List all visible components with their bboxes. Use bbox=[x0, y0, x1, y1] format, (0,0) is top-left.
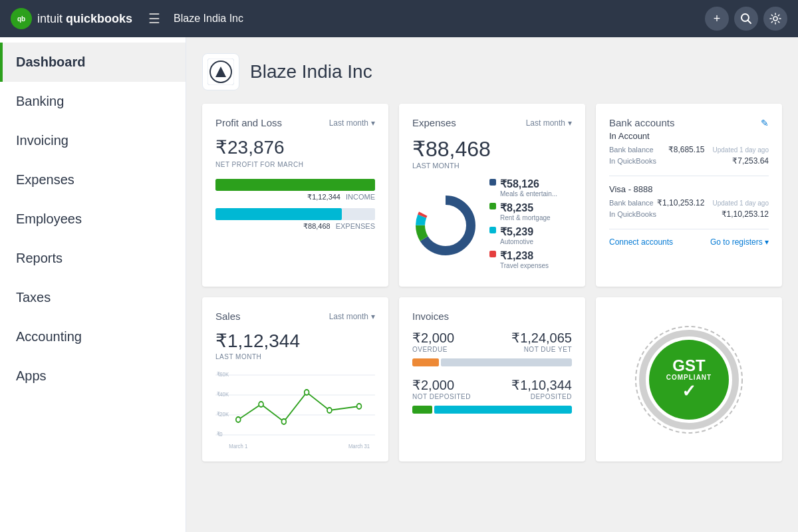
bank-accounts-card: Bank accounts ✎ In Account Bank balance … bbox=[596, 104, 782, 287]
inv-not-due: ₹1,24,065 NOT DUE YET bbox=[511, 330, 572, 353]
legend-text-travel: ₹1,238 Travel expenses bbox=[500, 249, 549, 269]
main-layout: Dashboard Banking Invoicing Expenses Emp… bbox=[0, 37, 798, 532]
inv-not-due-label: NOT DUE YET bbox=[511, 346, 572, 353]
svg-text:₹40K: ₹40K bbox=[217, 390, 229, 398]
svg-point-26 bbox=[357, 404, 362, 409]
bank-balance-row-2: Bank balance ₹1,10,253.12 Updated 1 day … bbox=[609, 198, 769, 207]
pnl-period-chevron: ▾ bbox=[371, 118, 375, 128]
exp-period-chevron: ▾ bbox=[568, 118, 572, 128]
legend-value-travel: ₹1,238 bbox=[500, 249, 549, 262]
company-title: Blaze India Inc bbox=[250, 61, 372, 82]
pnl-amount: ₹23,876 bbox=[215, 136, 375, 158]
bank-card-header: Bank accounts ✎ bbox=[609, 117, 769, 128]
inv-card-header: Invoices bbox=[412, 311, 572, 322]
legend-value-meals: ₹58,126 bbox=[500, 178, 557, 190]
svg-text:qb: qb bbox=[17, 15, 25, 23]
exp-sublabel: LAST MONTH bbox=[412, 162, 572, 170]
company-name-nav: Blaze India Inc bbox=[174, 13, 243, 25]
pnl-period[interactable]: Last month ▾ bbox=[329, 118, 375, 128]
bank-account-visa: Visa - 8888 Bank balance ₹1,10,253.12 Up… bbox=[609, 184, 769, 229]
sidebar-item-apps[interactable]: Apps bbox=[0, 356, 186, 396]
inv-overdue: ₹2,000 OVERDUE bbox=[412, 330, 454, 353]
bank-balance-label-1: Bank balance bbox=[609, 146, 654, 154]
sidebar-item-taxes[interactable]: Taxes bbox=[0, 278, 186, 317]
bank-qb-label-1: In QuickBooks bbox=[609, 157, 656, 165]
sidebar-item-employees[interactable]: Employees bbox=[0, 200, 186, 239]
sales-card-header: Sales Last month ▾ bbox=[215, 311, 375, 322]
legend-dot-travel bbox=[489, 251, 496, 257]
inv-overdue-label: OVERDUE bbox=[412, 346, 454, 353]
bank-actions: Connect accounts Go to registers ▾ bbox=[609, 237, 769, 247]
inv-bar-deposited bbox=[434, 406, 572, 414]
go-to-registers-link[interactable]: Go to registers ▾ bbox=[710, 237, 769, 247]
main-content: Blaze India Inc Profit and Loss Last mon… bbox=[186, 37, 798, 532]
expenses-bar-fill bbox=[215, 208, 342, 220]
top-navigation: qb intuit quickbooks ☰ Blaze India Inc + bbox=[0, 0, 798, 37]
legend-item-travel: ₹1,238 Travel expenses bbox=[489, 249, 572, 269]
inv-bottom-row: ₹2,000 NOT DEPOSITED ₹1,10,344 DEPOSITED bbox=[412, 377, 572, 400]
inv-dep-label: DEPOSITED bbox=[511, 393, 572, 400]
sidebar-item-accounting[interactable]: Accounting bbox=[0, 317, 186, 356]
inv-top-row: ₹2,000 OVERDUE ₹1,24,065 NOT DUE YET bbox=[412, 330, 572, 353]
exp-period[interactable]: Last month ▾ bbox=[526, 118, 572, 128]
sales-sublabel: LAST MONTH bbox=[215, 353, 375, 360]
svg-point-21 bbox=[236, 417, 241, 422]
settings-button[interactable] bbox=[763, 7, 787, 31]
bank-balance-value-1: ₹8,685.15 bbox=[668, 145, 705, 154]
menu-icon[interactable]: ☰ bbox=[148, 11, 160, 27]
svg-point-7 bbox=[218, 70, 223, 76]
bank-balance-row-1: Bank balance ₹8,685.15 Updated 1 day ago bbox=[609, 145, 769, 154]
profit-loss-card: Profit and Loss Last month ▾ ₹23,876 NET… bbox=[202, 104, 388, 287]
gst-text: GST bbox=[672, 358, 705, 374]
bank-edit-icon[interactable]: ✎ bbox=[761, 118, 769, 128]
sales-title: Sales bbox=[215, 311, 241, 322]
topnav-icons: + bbox=[705, 7, 787, 31]
sidebar-item-dashboard[interactable]: Dashboard bbox=[0, 43, 186, 82]
inv-title: Invoices bbox=[412, 311, 449, 322]
expenses-card: Expenses Last month ▾ ₹88,468 LAST MONTH bbox=[399, 104, 585, 287]
exp-amount: ₹88,468 bbox=[412, 136, 572, 162]
bank-qb-value-1: ₹7,253.64 bbox=[732, 156, 769, 166]
bank-qb-row-2: In QuickBooks ₹1,10,253.12 bbox=[609, 209, 769, 219]
exp-content: ₹58,126 Meals & entertain... ₹8,235 Rent… bbox=[412, 178, 572, 273]
legend-name-meals: Meals & entertain... bbox=[500, 190, 557, 198]
company-logo bbox=[202, 53, 239, 90]
gst-subtext: COMPLIANT bbox=[666, 374, 712, 381]
legend-text-meals: ₹58,126 Meals & entertain... bbox=[500, 178, 557, 198]
expenses-bar-info: ₹88,468 EXPENSES bbox=[215, 222, 375, 231]
svg-point-24 bbox=[305, 390, 309, 395]
bank-qb-value-2: ₹1,10,253.12 bbox=[722, 209, 769, 219]
legend-item-meals: ₹58,126 Meals & entertain... bbox=[489, 178, 572, 198]
legend-name-auto: Automotive bbox=[500, 238, 533, 245]
legend-text-auto: ₹5,239 Automotive bbox=[500, 225, 533, 245]
sidebar-item-banking[interactable]: Banking bbox=[0, 82, 186, 121]
sidebar-item-reports[interactable]: Reports bbox=[0, 239, 186, 278]
bank-balance-value-2: ₹1,10,253.12 bbox=[657, 198, 704, 207]
bank-balance-right-1: ₹8,685.15 Updated 1 day ago bbox=[668, 145, 769, 154]
bank-qb-label-2: In QuickBooks bbox=[609, 210, 656, 218]
sales-period[interactable]: Last month ▾ bbox=[329, 312, 375, 321]
bank-account-name-2: Visa - 8888 bbox=[609, 184, 769, 194]
svg-line-3 bbox=[748, 21, 751, 24]
income-bar-info: ₹1,12,344 INCOME bbox=[215, 193, 375, 201]
gst-badge-container: GST COMPLIANT ✓ bbox=[632, 323, 745, 436]
gst-inner-circle: GST COMPLIANT ✓ bbox=[649, 340, 729, 420]
legend-name-travel: Travel expenses bbox=[500, 262, 549, 269]
svg-text:₹0: ₹0 bbox=[217, 430, 223, 438]
connect-accounts-link[interactable]: Connect accounts bbox=[609, 237, 673, 247]
inv-not-due-amount: ₹1,24,065 bbox=[511, 330, 572, 346]
add-button[interactable]: + bbox=[705, 7, 729, 31]
logo-area: qb intuit quickbooks bbox=[11, 8, 132, 29]
intuit-logo: qb bbox=[11, 8, 32, 29]
search-button[interactable] bbox=[734, 7, 758, 31]
sidebar-item-expenses[interactable]: Expenses bbox=[0, 160, 186, 200]
sidebar-item-invoicing[interactable]: Invoicing bbox=[0, 121, 186, 160]
income-bar-track bbox=[215, 179, 375, 191]
gst-card: GST COMPLIANT ✓ bbox=[596, 297, 782, 462]
sidebar: Dashboard Banking Invoicing Expenses Emp… bbox=[0, 37, 186, 532]
inv-dep-amount: ₹1,10,344 bbox=[511, 377, 572, 393]
sales-card: Sales Last month ▾ ₹1,12,344 LAST MONTH bbox=[202, 297, 388, 462]
exp-title: Expenses bbox=[412, 117, 456, 128]
income-label: INCOME bbox=[346, 193, 375, 201]
legend-item-auto: ₹5,239 Automotive bbox=[489, 225, 572, 245]
